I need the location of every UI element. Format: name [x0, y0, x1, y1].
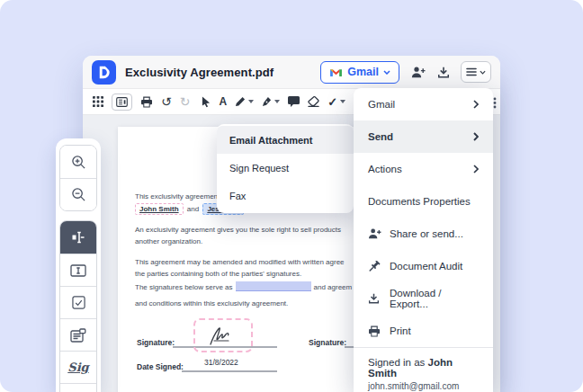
- submenu-item-sign-request[interactable]: Sign Request: [217, 154, 354, 182]
- toolbar-more-icon[interactable]: [493, 96, 497, 112]
- redo-button[interactable]: ↻: [180, 95, 191, 108]
- checkbox-tool-button[interactable]: [60, 286, 96, 318]
- signature-scribble: [203, 323, 243, 348]
- caret-down-icon: [274, 100, 280, 103]
- menu-footer: Signed in as John Smith john.smith@gmail…: [354, 348, 493, 391]
- hamburger-icon: [466, 67, 477, 76]
- paragraph-4-line-1: The signatures below serve asand agreem: [135, 281, 352, 291]
- dochub-logo: [92, 60, 116, 85]
- gmail-button[interactable]: Gmail: [320, 61, 399, 84]
- signature-label: Signature:: [137, 338, 175, 347]
- main-menu-button[interactable]: [461, 61, 491, 83]
- menu-item-label: Gmail: [368, 99, 473, 110]
- submenu-item-email-attachment[interactable]: Email Attachment: [217, 126, 354, 154]
- add-person-button[interactable]: [411, 67, 426, 78]
- printer-icon: [368, 325, 386, 337]
- marker-icon: [235, 96, 246, 107]
- menu-item-label: Actions: [368, 164, 473, 174]
- download-icon: [368, 293, 386, 304]
- chevron-down-icon: [480, 70, 486, 75]
- menu-item-label: Documents Properties: [368, 196, 479, 207]
- gmail-icon: [329, 67, 343, 77]
- next-tool-button-partial[interactable]: [60, 383, 96, 392]
- paragraph-3-line-2: the parties containing both of the parti…: [135, 270, 301, 278]
- name-field-john-smith[interactable]: John Smith: [135, 203, 184, 215]
- signature-label-right: Signature:: [309, 338, 346, 347]
- paragraph-4-line-2: and conditions within this exclusivity a…: [135, 299, 288, 307]
- check-tool-button[interactable]: ✓: [327, 96, 345, 108]
- comment-tool-button[interactable]: [288, 96, 300, 107]
- paragraph-4-end: and agreem: [314, 283, 353, 291]
- screenshot-canvas: Exclusivity Agreement.pdf Gmail: [0, 0, 583, 392]
- signature-field[interactable]: [193, 318, 253, 352]
- download-button[interactable]: [437, 67, 450, 78]
- zoom-out-button[interactable]: [60, 178, 96, 210]
- draw-tool-button[interactable]: [262, 96, 280, 107]
- pen-icon: [262, 96, 272, 107]
- gmail-button-label: Gmail: [347, 66, 379, 78]
- highlight-tool-button[interactable]: [235, 96, 254, 107]
- select-tool-button[interactable]: [202, 96, 211, 108]
- signed-in-text: Signed in as John Smith: [368, 357, 479, 379]
- undo-button[interactable]: ↺: [161, 95, 172, 108]
- person-add-icon: [368, 228, 386, 239]
- menu-item-label: Share or send...: [390, 228, 479, 239]
- comment-icon: [288, 96, 300, 107]
- zoom-in-button[interactable]: [60, 146, 96, 178]
- menu-item-document-audit[interactable]: Document Audit: [354, 250, 493, 282]
- menu-item-print[interactable]: Print: [354, 315, 493, 347]
- document-title: Exclusivity Agreement.pdf: [125, 66, 274, 79]
- submenu-item-fax[interactable]: Fax: [217, 182, 354, 209]
- person-add-icon: [411, 67, 426, 78]
- paragraph-2-line-1: An exclusivity agreement gives you the s…: [135, 226, 341, 234]
- text-field-icon: [70, 264, 86, 277]
- menu-item-documents-properties[interactable]: Documents Properties: [354, 185, 493, 218]
- menu-item-download-export[interactable]: Download / Export...: [354, 282, 493, 315]
- print-tool-button[interactable]: [140, 96, 153, 108]
- menu-item-label: Send: [368, 131, 473, 142]
- cursor-icon: [202, 96, 211, 108]
- menu-item-send[interactable]: Send: [354, 120, 493, 153]
- thumbnails-panel-button[interactable]: [112, 94, 132, 111]
- field-tools-group: Sig: [59, 220, 97, 392]
- text-field-tool-button[interactable]: [60, 254, 96, 286]
- connector-text: and: [187, 205, 199, 213]
- download-icon: [437, 67, 450, 78]
- text-tool-button[interactable]: A: [219, 96, 227, 107]
- date-signed-value[interactable]: 31/8/2022: [204, 358, 238, 367]
- page-tools-panel: Sig: [56, 138, 101, 392]
- signed-in-email: john.smith@gmail.com: [368, 381, 479, 391]
- blank-fill-field[interactable]: [236, 281, 311, 291]
- chevron-right-icon: [473, 100, 479, 109]
- erase-tool-button[interactable]: [308, 96, 319, 107]
- text-icon: A: [219, 96, 227, 107]
- signature-tool-button[interactable]: Sig: [60, 351, 96, 383]
- signed-in-prefix: Signed in as: [368, 357, 425, 368]
- undo-icon: ↺: [161, 95, 172, 108]
- grid-icon: [93, 96, 103, 107]
- menu-item-share-or-send[interactable]: Share or send...: [354, 218, 493, 250]
- caret-down-icon: [248, 100, 254, 103]
- paragraph-4-start: The signatures below serve as: [135, 283, 233, 291]
- date-line: [182, 370, 277, 372]
- menu-item-gmail[interactable]: Gmail: [354, 88, 493, 120]
- menu-item-actions[interactable]: Actions: [354, 153, 493, 185]
- check-icon: ✓: [327, 96, 337, 108]
- gavel-icon: [368, 261, 386, 272]
- menu-item-label: Document Audit: [390, 261, 479, 272]
- pages-icon: [116, 97, 128, 107]
- form-field-tool-button[interactable]: [60, 318, 96, 351]
- redo-icon: ↻: [180, 95, 191, 108]
- menu-item-label: Print: [390, 325, 479, 336]
- dochub-logo-icon: [95, 64, 112, 81]
- date-signed-label: Date Signed:: [137, 362, 184, 371]
- chevron-down-icon: [383, 70, 390, 75]
- text-cursor-icon: [70, 230, 86, 245]
- menu-item-label: Download / Export...: [390, 288, 479, 309]
- checkbox-icon: [72, 296, 85, 309]
- zoom-in-icon: [71, 155, 86, 170]
- paragraph-2-line-2: another organization.: [135, 237, 202, 245]
- text-cursor-tool-button[interactable]: [60, 221, 96, 254]
- paragraph-3-line-1: This agreement may be amended and modifi…: [135, 258, 345, 266]
- grid-view-button[interactable]: [93, 96, 103, 107]
